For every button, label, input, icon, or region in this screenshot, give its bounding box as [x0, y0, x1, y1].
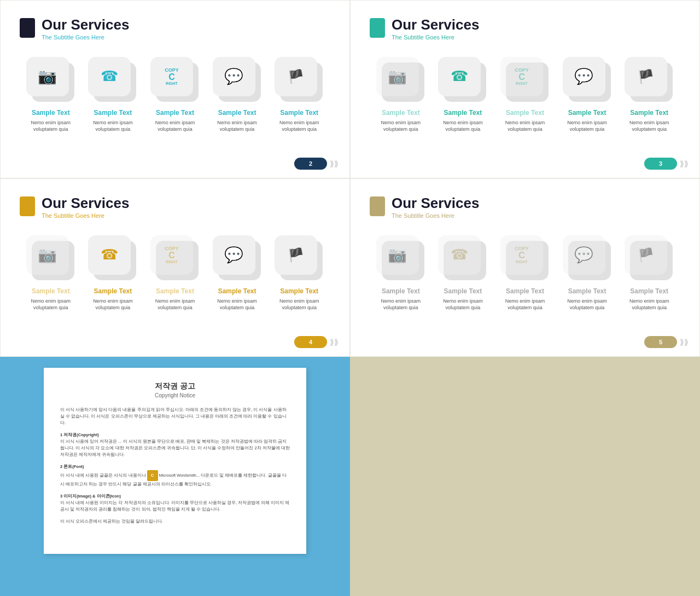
copyright-section-content-3: 이 서식 내에 사용된 이미지는 각 저작권자의 소유입니다. 이미지를 무단으… [60, 500, 290, 513]
camera-icon: 📷 [38, 246, 57, 264]
icon-box-front: 💬 [213, 235, 255, 275]
service-desc-3-2: Nemo enim ipsam voluptatem quia [145, 298, 205, 311]
slide-1: Our Services The Subtitle Goes Here 📷 Sa… [0, 0, 350, 178]
service-desc-1-3: Nemo enim ipsam voluptatem quia [207, 119, 267, 133]
copyright-slide: 저작권 공고 Copyright Notice 이 서식 사용하기에 앞서 다음… [0, 357, 350, 596]
bullet-icon-4 [370, 196, 385, 216]
phone-icon: ☎ [451, 68, 468, 85]
service-item-4-0: 📷 Sample Text Nemo enim ipsam voluptatem… [371, 235, 431, 311]
slide-footer-2: 3 ⟫⟫ [644, 158, 689, 170]
forward-arrow-3: ⟫⟫ [330, 338, 339, 346]
slide-footer-4: 5 ⟫⟫ [644, 336, 689, 348]
service-desc-2-4: Nemo enim ipsam voluptatem quia [619, 119, 679, 133]
slide-subtitle-1: The Subtitle Goes Here [42, 34, 129, 40]
copyright-logo-icon: COPY C RIGHT [515, 246, 529, 264]
slide-title-2: Our Services [392, 17, 479, 33]
icon-box-front: ☎ [438, 235, 481, 275]
service-desc-2-1: Nemo enim ipsam voluptatem quia [433, 119, 493, 133]
service-title-1-2: Sample Text [145, 109, 205, 117]
service-title-4-4: Sample Text [619, 287, 679, 295]
icon-box-front: 💬 [213, 57, 255, 96]
service-desc-4-3: Nemo enim ipsam voluptatem quia [557, 298, 617, 311]
services-row-4: 📷 Sample Text Nemo enim ipsam voluptatem… [370, 230, 680, 314]
forward-arrow-2: ⟫⟫ [680, 159, 689, 168]
service-desc-3-0: Nemo enim ipsam voluptatem quia [21, 298, 81, 311]
services-row-2: 📷 Sample Text Nemo enim ipsam voluptatem… [370, 51, 680, 136]
page-badge-1: 2 [294, 158, 327, 170]
service-title-3-3: Sample Text [207, 287, 267, 295]
service-title-3-2: Sample Text [145, 287, 205, 295]
service-title-4-2: Sample Text [495, 287, 555, 295]
page-badge-2: 3 [644, 158, 677, 170]
service-desc-2-0: Nemo enim ipsam voluptatem quia [371, 119, 431, 133]
copyright-section-2: 2 폰트(Font) 이 서식 내에 사용된 글꼴은 서식의 내용이나 C Mi… [60, 464, 290, 488]
service-desc-2-2: Nemo enim ipsam voluptatem quia [495, 119, 555, 133]
slide-header-1: Our Services The Subtitle Goes Here [20, 17, 330, 40]
service-title-4-3: Sample Text [557, 287, 617, 295]
chat-icon: 💬 [574, 246, 593, 264]
slide-title-4: Our Services [392, 195, 479, 211]
chat-icon: 💬 [574, 67, 593, 85]
copyright-logo-icon: COPY C RIGHT [165, 68, 179, 85]
slide-2: Our Services The Subtitle Goes Here 📷 Sa… [350, 0, 700, 178]
chevron-right-icon: ⟫⟫ [680, 159, 689, 168]
slide-title-1: Our Services [42, 17, 129, 33]
camera-icon: 📷 [388, 246, 407, 264]
service-item-4-3: 💬 Sample Text Nemo enim ipsam voluptatem… [557, 235, 617, 311]
chat-icon: 💬 [224, 246, 243, 264]
service-item-2-1: ☎ Sample Text Nemo enim ipsam voluptatem… [433, 57, 493, 133]
service-item-1-3: 💬 Sample Text Nemo enim ipsam voluptatem… [207, 57, 267, 133]
icon-box-front: COPY C RIGHT [500, 235, 543, 275]
copyright-section-3: 3 이미지(Image) & 아이콘(Icon) 이 서식 내에 사용된 이미지… [60, 493, 290, 513]
copyright-section-content-1: 이 서식 사용에 있어 저작권은 ... 이 서식의 원본을 무단으로 배포, … [60, 438, 290, 458]
copyright-intro-text: 이 서식 사용하기에 앞서 다음의 내용을 주의깊게 읽어 주십시오. 아래의 … [60, 407, 290, 426]
icon-box-front: COPY C RIGHT [500, 57, 543, 96]
copyright-intro: 이 서식 사용하기에 앞서 다음의 내용을 주의깊게 읽어 주십시오. 아래의 … [60, 407, 290, 426]
copyright-section-content-2: 이 서식 내에 사용된 글꼴은 서식의 내용이나 C Microsoft Wor… [60, 470, 290, 488]
slide-subtitle-3: The Subtitle Goes Here [42, 212, 129, 219]
service-item-2-2: COPY C RIGHT Sample Text Nemo enim ipsam… [495, 57, 555, 133]
icon-box-front: 🏴 [625, 235, 667, 275]
service-title-2-4: Sample Text [619, 109, 679, 117]
flag-icon: 🏴 [638, 69, 654, 84]
copyright-section-title-2: 2 폰트(Font) [60, 464, 290, 470]
service-item-3-2: COPY C RIGHT Sample Text Nemo enim ipsam… [145, 235, 205, 311]
service-desc-1-2: Nemo enim ipsam voluptatem quia [145, 119, 205, 133]
slide-footer-3: 4 ⟫⟫ [294, 336, 339, 348]
icon-box-front: 📷 [26, 235, 69, 275]
service-title-2-3: Sample Text [557, 109, 617, 117]
service-title-2-2: Sample Text [495, 109, 555, 117]
service-desc-4-2: Nemo enim ipsam voluptatem quia [495, 298, 555, 311]
chevron-right-icon: ⟫⟫ [330, 159, 339, 168]
icon-box-front: ☎ [88, 57, 131, 96]
copyright-section-1: 1 저작권(Copyright) 이 서식 사용에 있어 저작권은 ... 이 … [60, 432, 290, 458]
icon-box-front: 💬 [563, 235, 605, 275]
service-item-1-0: 📷 Sample Text Nemo enim ipsam voluptatem… [21, 57, 81, 133]
slide-footer-1: 2 ⟫⟫ [294, 158, 339, 170]
copyright-logo-icon: COPY C RIGHT [515, 68, 529, 85]
services-row-1: 📷 Sample Text Nemo enim ipsam voluptatem… [20, 51, 330, 136]
chevron-right-icon: ⟫⟫ [330, 338, 339, 346]
icon-box-front: 💬 [563, 57, 605, 96]
service-title-1-3: Sample Text [207, 109, 267, 117]
icon-box-front: 🏴 [275, 57, 317, 96]
service-item-2-0: 📷 Sample Text Nemo enim ipsam voluptatem… [371, 57, 431, 133]
copyright-paper: 저작권 공고 Copyright Notice 이 서식 사용하기에 앞서 다음… [44, 368, 306, 554]
service-desc-4-0: Nemo enim ipsam voluptatem quia [371, 298, 431, 311]
service-item-4-4: 🏴 Sample Text Nemo enim ipsam voluptatem… [619, 235, 679, 311]
slide-header-3: Our Services The Subtitle Goes Here [20, 195, 330, 219]
service-desc-1-1: Nemo enim ipsam voluptatem quia [83, 119, 143, 133]
service-desc-1-0: Nemo enim ipsam voluptatem quia [21, 119, 81, 133]
service-item-3-1: ☎ Sample Text Nemo enim ipsam voluptatem… [83, 235, 143, 311]
service-item-3-4: 🏴 Sample Text Nemo enim ipsam voluptatem… [269, 235, 329, 311]
copyright-section-content-4: 이 서식 오피스존에서 제공하는 것임을 알려드립니다. [60, 518, 290, 525]
service-title-2-1: Sample Text [433, 109, 493, 117]
icon-box-front: ☎ [88, 235, 131, 275]
forward-arrow-4: ⟫⟫ [680, 338, 689, 346]
service-item-2-4: 🏴 Sample Text Nemo enim ipsam voluptatem… [619, 57, 679, 133]
service-item-3-3: 💬 Sample Text Nemo enim ipsam voluptatem… [207, 235, 267, 311]
service-item-4-2: COPY C RIGHT Sample Text Nemo enim ipsam… [495, 235, 555, 311]
chat-icon: 💬 [224, 67, 243, 85]
service-item-1-4: 🏴 Sample Text Nemo enim ipsam voluptatem… [269, 57, 329, 133]
services-row-3: 📷 Sample Text Nemo enim ipsam voluptatem… [20, 230, 330, 314]
